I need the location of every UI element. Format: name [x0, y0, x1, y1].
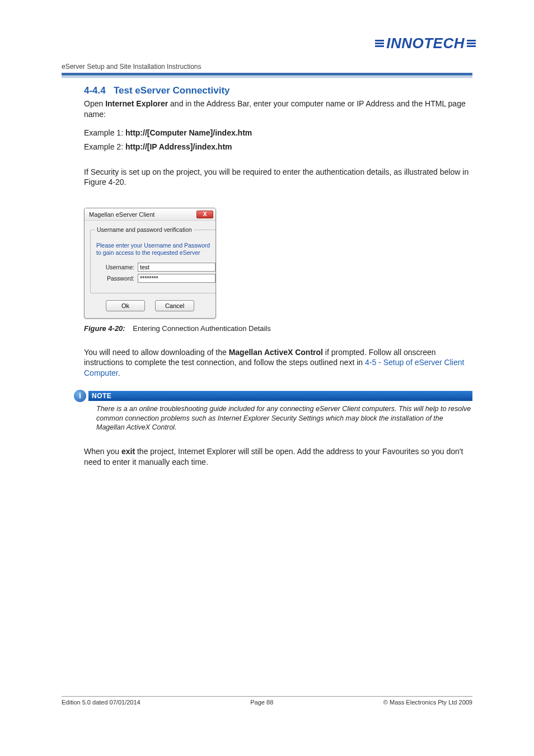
footer-page: Page 88 [250, 699, 273, 706]
brand-logo: INNOTECH [375, 35, 476, 52]
figure-caption: Figure 4-20: Entering Connection Authent… [84, 324, 472, 333]
dialog-titlebar: Magellan eServer Client X [85, 208, 216, 221]
cancel-button[interactable]: Cancel [155, 300, 194, 311]
logo-bars-left-icon [375, 40, 384, 47]
note-bar: NOTE [88, 391, 472, 401]
password-label: Password: [96, 275, 134, 282]
footer-copyright: © Mass Electronics Pty Ltd 2009 [383, 699, 472, 706]
logo-bars-right-icon [467, 40, 476, 47]
intro-paragraph: Open Internet Explorer and in the Addres… [84, 99, 472, 120]
ok-button[interactable]: Ok [106, 300, 145, 311]
group-legend: Username and password verification [95, 226, 194, 233]
close-button[interactable]: X [196, 211, 213, 218]
password-input[interactable] [138, 274, 216, 283]
footer-edition: Edition 5.0 dated 07/01/2014 [62, 699, 140, 706]
figure-text: Entering Connection Authentication Detai… [133, 324, 270, 333]
group-message: Please enter your Username and Password … [96, 242, 216, 256]
exit-paragraph: When you exit the project, Internet Expl… [84, 446, 472, 468]
rule-thin [62, 77, 472, 77]
verification-group: Username and password verification Pleas… [90, 226, 216, 293]
note-label: NOTE [92, 392, 111, 400]
username-input[interactable] [138, 263, 216, 272]
info-icon: i [74, 390, 86, 402]
example-2: Example 2: http://[IP Address]/index.htm [84, 142, 472, 152]
example-1: Example 1: http://[Computer Name]/index.… [84, 128, 472, 138]
figure-label: Figure 4-20: [84, 324, 125, 333]
doc-title: eServer Setup and Site Installation Inst… [62, 63, 472, 71]
note-text: There is a an online troubleshooting gui… [88, 404, 472, 432]
activex-paragraph: You will need to allow downloading of th… [84, 347, 472, 379]
dialog-title: Magellan eServer Client [89, 211, 154, 218]
rule-thick [62, 73, 472, 76]
section-number: 4-4.4 [84, 85, 106, 96]
page-footer: Edition 5.0 dated 07/01/2014 Page 88 © M… [62, 696, 472, 706]
note-block: i NOTE There is a an online troubleshoot… [74, 390, 472, 432]
brand-name: INNOTECH [386, 35, 465, 52]
security-paragraph: If Security is set up on the project, yo… [84, 167, 472, 188]
section-heading: 4-4.4 Test eServer Connectivity [84, 85, 472, 96]
close-icon: X [203, 212, 207, 217]
section-title: Test eServer Connectivity [114, 85, 230, 96]
username-label: Username: [96, 264, 134, 270]
auth-dialog: Magellan eServer Client X Username and p… [84, 208, 216, 318]
